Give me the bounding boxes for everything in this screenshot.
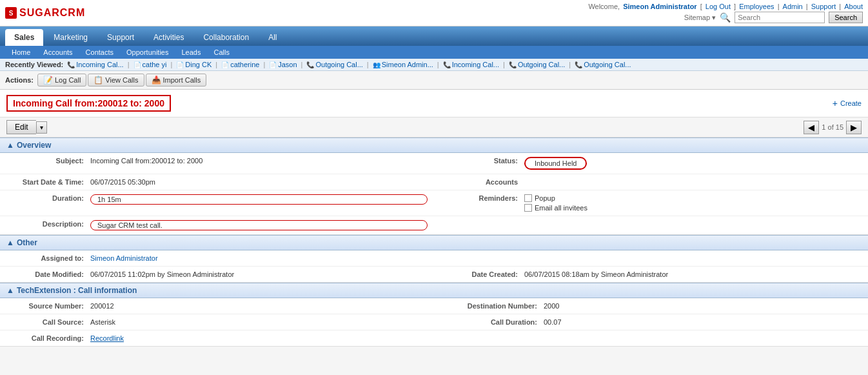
- description-col: Description: Sugar CRM test call.: [0, 220, 434, 230]
- actions-label: Actions:: [5, 76, 34, 84]
- about-link[interactable]: About: [844, 3, 863, 10]
- recent-item-6[interactable]: 👥 Simeon Admin...: [373, 61, 433, 68]
- edit-btn-group: Edit ▾: [6, 120, 47, 134]
- accounts-col: Accounts: [434, 178, 868, 186]
- actions-bar: Actions: 📝 Log Call 📋 View Calls 📥 Impor…: [0, 71, 868, 90]
- date-created-value: 06/07/2015 08:18am by Simeon Administrat…: [524, 270, 862, 278]
- other-section: ▲ Other Assigned to: Simeon Administrato…: [0, 235, 868, 283]
- duration-label: Duration:: [6, 194, 84, 202]
- source-number-label: Source Number:: [6, 302, 84, 310]
- search-button[interactable]: Search: [829, 12, 863, 23]
- reminder-popup: Popup: [524, 194, 587, 202]
- tech-collapse-icon[interactable]: ▲: [6, 286, 14, 295]
- recent-item-2[interactable]: 📄 Ding CK: [176, 61, 212, 68]
- startdate-accounts-row: Start Date & Time: 06/07/2015 05:30pm Ac…: [0, 174, 868, 190]
- call-source-label: Call Source:: [6, 318, 84, 326]
- log-call-icon: 📝: [43, 76, 53, 85]
- search-icon-button[interactable]: 🔍: [720, 12, 731, 23]
- employees-link[interactable]: Employees: [739, 3, 774, 10]
- call-recording-value[interactable]: Recordlink: [90, 334, 428, 342]
- recent-item-7[interactable]: 📞 Incoming Cal...: [443, 61, 499, 68]
- edit-button[interactable]: Edit: [6, 120, 36, 134]
- overview-section: ▲ Overview Subject: Incoming Call from:2…: [0, 137, 868, 235]
- other-header[interactable]: ▲ Other: [0, 235, 868, 250]
- recent-item-9[interactable]: 📞 Outgoing Cal...: [575, 61, 631, 68]
- recent-item-4[interactable]: 📄 Jason: [269, 61, 297, 68]
- sub-nav-opportunities[interactable]: Opportunities: [120, 46, 175, 59]
- create-label: Create: [840, 99, 862, 107]
- sitemap-link[interactable]: Sitemap ▾: [684, 14, 716, 22]
- tab-marketing[interactable]: Marketing: [44, 29, 97, 46]
- logout-link[interactable]: Log Out: [705, 3, 731, 10]
- email-checkbox[interactable]: [524, 204, 532, 212]
- sub-nav-calls[interactable]: Calls: [207, 46, 235, 59]
- tech-extension-section: ▲ TechExtension : Call information Sourc…: [0, 283, 868, 347]
- reminders-col: Reminders: Popup Email all invitees: [434, 194, 868, 212]
- call-recording-label: Call Recording:: [6, 334, 84, 342]
- sub-nav-accounts[interactable]: Accounts: [37, 46, 79, 59]
- status-col: Status: Inbound Held: [434, 157, 868, 170]
- logo: S SUGARCRM: [5, 7, 85, 19]
- log-call-button[interactable]: 📝 Log Call: [37, 74, 86, 86]
- page-next-button[interactable]: ▶: [846, 121, 862, 134]
- title-bar: Incoming Call from:200012 to: 2000 + Cre…: [0, 90, 868, 117]
- date-modified-value: 06/07/2015 11:02pm by Simeon Administrat…: [90, 270, 428, 278]
- description-empty-col: [434, 220, 868, 230]
- startdate-value: 06/07/2015 05:30pm: [90, 178, 428, 186]
- import-calls-button[interactable]: 📥 Import Calls: [146, 74, 207, 86]
- recent-item-5[interactable]: 📞 Outgoing Cal...: [306, 61, 362, 68]
- logo-text: SUGARCRM: [19, 7, 85, 19]
- search-input[interactable]: [735, 12, 825, 23]
- duration-value: 1h 15m: [90, 194, 428, 205]
- reminders-group: Popup Email all invitees: [524, 194, 587, 212]
- description-value: Sugar CRM test call.: [90, 220, 428, 230]
- sub-nav-contacts[interactable]: Contacts: [79, 46, 120, 59]
- view-calls-icon: 📋: [94, 76, 103, 85]
- sub-nav-leads[interactable]: Leads: [175, 46, 207, 59]
- collapse-icon[interactable]: ▲: [6, 141, 14, 150]
- reminder-email: Email all invitees: [524, 204, 587, 212]
- date-created-label: Date Created:: [440, 270, 518, 278]
- tab-activities[interactable]: Activities: [144, 29, 193, 46]
- tab-support[interactable]: Support: [98, 29, 143, 46]
- sub-nav-home[interactable]: Home: [5, 46, 37, 59]
- tab-collaboration[interactable]: Collaboration: [194, 29, 258, 46]
- date-created-col: Date Created: 06/07/2015 08:18am by Sime…: [434, 270, 868, 278]
- view-calls-button[interactable]: 📋 View Calls: [88, 74, 144, 86]
- create-link[interactable]: + Create: [833, 98, 862, 108]
- recent-item-0[interactable]: 📞 Incoming Cal...: [67, 61, 123, 68]
- tab-all[interactable]: All: [259, 29, 286, 46]
- other-title: Other: [17, 238, 37, 247]
- edit-dropdown-button[interactable]: ▾: [36, 121, 47, 134]
- call-recording-row: Call Recording: Recordlink: [0, 330, 868, 346]
- top-right-section: Welcome, Simeon Administrator [ Log Out …: [587, 3, 863, 23]
- sub-nav: Home Accounts Contacts Opportunities Lea…: [0, 46, 868, 59]
- support-link[interactable]: Support: [811, 3, 836, 10]
- status-value: Inbound Held: [524, 157, 587, 170]
- status-label: Status:: [440, 157, 518, 165]
- tech-extension-header[interactable]: ▲ TechExtension : Call information: [0, 283, 868, 298]
- edit-toolbar: Edit ▾ ◀ 1 of 15 ▶: [0, 117, 868, 137]
- email-label: Email all invitees: [535, 204, 587, 212]
- startdate-col: Start Date & Time: 06/07/2015 05:30pm: [0, 178, 434, 186]
- admin-link[interactable]: Admin: [783, 3, 803, 10]
- description-label: Description:: [6, 220, 84, 228]
- logo-icon: S: [5, 7, 17, 19]
- tab-sales[interactable]: Sales: [5, 29, 43, 46]
- recent-item-1[interactable]: 📄 cathe yi: [133, 61, 167, 68]
- duration-col: Duration: 1h 15m: [0, 194, 434, 212]
- user-link[interactable]: Simeon Administrator: [623, 3, 697, 10]
- recent-item-3[interactable]: 📄 catherine: [221, 61, 259, 68]
- recent-item-8[interactable]: 📞 Outgoing Cal...: [509, 61, 565, 68]
- other-collapse-icon[interactable]: ▲: [6, 238, 14, 247]
- popup-checkbox[interactable]: [524, 194, 532, 202]
- plus-icon: +: [833, 98, 838, 108]
- nav-tabs: Sales Marketing Support Activities Colla…: [0, 26, 868, 46]
- overview-header[interactable]: ▲ Overview: [0, 137, 868, 153]
- source-number-value: 200012: [90, 302, 428, 310]
- page-prev-button[interactable]: ◀: [804, 121, 819, 134]
- assigned-value: Simeon Administrator: [90, 254, 428, 262]
- duration-reminders-row: Duration: 1h 15m Reminders: Popup Email …: [0, 190, 868, 216]
- numbers-row: Source Number: 200012 Destination Number…: [0, 298, 868, 314]
- assigned-label: Assigned to:: [6, 254, 84, 262]
